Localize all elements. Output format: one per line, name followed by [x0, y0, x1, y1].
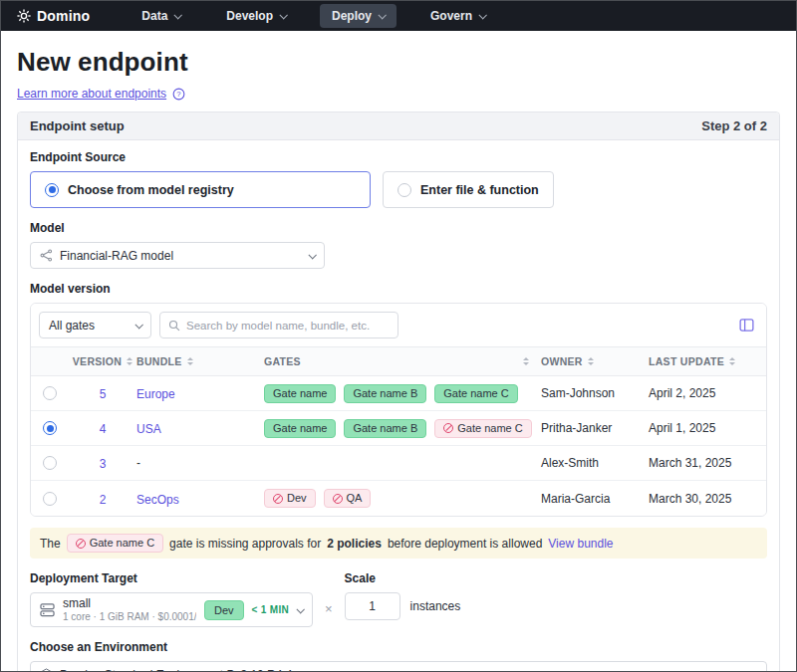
radio-button[interactable]: [45, 183, 59, 197]
nav-item-deploy[interactable]: Deploy: [320, 4, 397, 28]
help-icon[interactable]: ?: [172, 88, 185, 101]
version-link[interactable]: 3: [100, 457, 107, 471]
chevron-down-icon: [296, 605, 304, 613]
header-bundle[interactable]: BUNDLE: [136, 355, 264, 367]
scale-label: Scale: [345, 571, 461, 585]
environment-label: Choose an Environment: [30, 640, 767, 654]
model-label: Model: [30, 221, 767, 235]
scale-input[interactable]: [345, 592, 400, 620]
search-input[interactable]: [186, 320, 390, 332]
table-row: 4USAGate nameGate name BGate name CPrith…: [31, 411, 766, 446]
header-last-update[interactable]: LAST UPDATE: [649, 355, 766, 367]
nav-item-label: Develop: [226, 9, 273, 23]
last-update-value: March 31, 2025: [649, 456, 766, 470]
endpoint-source-option-0[interactable]: Choose from model registry: [30, 171, 371, 208]
view-bundle-link[interactable]: View bundle: [548, 537, 613, 551]
learn-more-link[interactable]: Learn more about endpoints: [17, 87, 166, 101]
nav-menu: DataDevelopDeployGovern: [130, 4, 519, 28]
row-radio-button[interactable]: [43, 386, 57, 400]
deployment-target-group: Deployment Target: [30, 571, 313, 627]
column-settings-icon[interactable]: [735, 316, 758, 335]
sort-icon[interactable]: [729, 357, 735, 365]
header-gates[interactable]: GATES: [264, 355, 541, 367]
nav-item-data[interactable]: Data: [130, 4, 192, 28]
header-owner[interactable]: OWNER: [541, 355, 649, 367]
blocked-icon: [333, 494, 343, 504]
gate-badge: Gate name: [264, 384, 336, 403]
deployment-target-select[interactable]: small 1 core · 1 GiB RAM · $0.0001/min D…: [30, 592, 313, 627]
bundle-link[interactable]: USA: [136, 422, 161, 436]
sort-icon[interactable]: [127, 357, 133, 365]
sort-icon[interactable]: [523, 357, 529, 365]
radio-button[interactable]: [398, 183, 411, 197]
target-name: small: [63, 597, 196, 611]
version-link[interactable]: 4: [100, 422, 107, 436]
search-icon: [168, 320, 180, 332]
app-window: Domino DataDevelopDeployGovern New endpo…: [0, 0, 797, 672]
version-link[interactable]: 5: [100, 387, 107, 401]
endpoint-source-options: Choose from model registryEnter file & f…: [30, 171, 767, 208]
owner-value: Maria-Garcia: [541, 492, 649, 506]
gate-badge: Gate name C: [67, 534, 163, 553]
blocked-icon: [443, 423, 453, 433]
domino-logo-gear-icon: [17, 9, 31, 23]
chevron-down-icon: [279, 11, 287, 19]
bundle-link[interactable]: SecOps: [136, 493, 179, 507]
step-indicator: Step 2 of 2: [701, 118, 767, 133]
model-select-value: Financial-RAG model: [60, 249, 302, 263]
gates-cell: Gate nameGate name BGate name C: [264, 384, 541, 403]
model-version-rows: 5EuropeGate nameGate name BGate name CSa…: [31, 376, 766, 516]
nav-item-govern[interactable]: Govern: [418, 4, 497, 28]
header-version[interactable]: VERSION: [69, 355, 136, 367]
environment-select[interactable]: Domino Standard Environment Py3.10 R4.4: [30, 661, 767, 672]
row-radio-button[interactable]: [43, 421, 57, 435]
endpoint-setup-header: Endpoint setup Step 2 of 2: [18, 112, 779, 140]
gate-badge: Gate name B: [344, 384, 426, 403]
endpoint-source-option-1[interactable]: Enter file & function: [383, 171, 554, 208]
warning-text: gate is missing approvals for: [169, 537, 321, 551]
page-title: New endpoint: [17, 47, 780, 78]
owner-value: Sam-Johnson: [541, 386, 649, 400]
sort-icon[interactable]: [588, 357, 594, 365]
nav-item-label: Deploy: [332, 9, 372, 23]
table-toolbar: All gates: [31, 304, 766, 346]
chevron-down-icon: [134, 321, 142, 329]
gate-badge: Gate name: [264, 419, 336, 438]
scale-group: Scale instances: [345, 571, 461, 620]
nav-item-develop[interactable]: Develop: [214, 4, 298, 28]
gates-cell: Gate nameGate name BGate name C: [264, 419, 541, 438]
model-icon: [40, 249, 53, 262]
gate-badge: Gate name C: [434, 419, 531, 438]
brand-name: Domino: [37, 8, 90, 24]
version-link[interactable]: 2: [100, 493, 107, 507]
gate-badge: Gate name C: [434, 384, 517, 403]
option-label: Choose from model registry: [68, 183, 234, 197]
bundle-link[interactable]: Europe: [136, 387, 175, 401]
sort-icon[interactable]: [187, 357, 193, 365]
domino-brand[interactable]: Domino: [17, 8, 90, 24]
option-label: Enter file & function: [420, 183, 539, 197]
owner-value: Alex-Smith: [541, 456, 649, 470]
gates-filter-value: All gates: [49, 319, 129, 333]
svg-text:?: ?: [176, 90, 180, 99]
last-update-value: March 30, 2025: [649, 492, 766, 506]
gates-filter-select[interactable]: All gates: [39, 312, 151, 338]
target-specs: 1 core · 1 GiB RAM · $0.0001/min: [63, 611, 196, 623]
model-version-label: Model version: [30, 282, 767, 296]
instances-label: instances: [410, 599, 461, 613]
warning-text: The: [40, 537, 61, 551]
chevron-down-icon: [308, 251, 316, 259]
eta-label: < 1 MIN: [252, 604, 289, 615]
nav-item-label: Data: [141, 9, 167, 23]
gate-badge: Gate name B: [344, 419, 426, 438]
model-select[interactable]: Financial-RAG model: [30, 242, 325, 269]
table-row: 5EuropeGate nameGate name BGate name CSa…: [31, 376, 766, 411]
gate-badge: QA: [324, 489, 372, 508]
environment-cube-icon: [40, 668, 53, 672]
blocked-icon: [76, 539, 86, 549]
row-radio-button[interactable]: [43, 492, 57, 506]
gates-cell: DevQA: [264, 489, 541, 508]
chevron-down-icon: [174, 11, 182, 19]
row-radio-button[interactable]: [43, 456, 57, 470]
hardware-tier-icon: [40, 603, 55, 617]
